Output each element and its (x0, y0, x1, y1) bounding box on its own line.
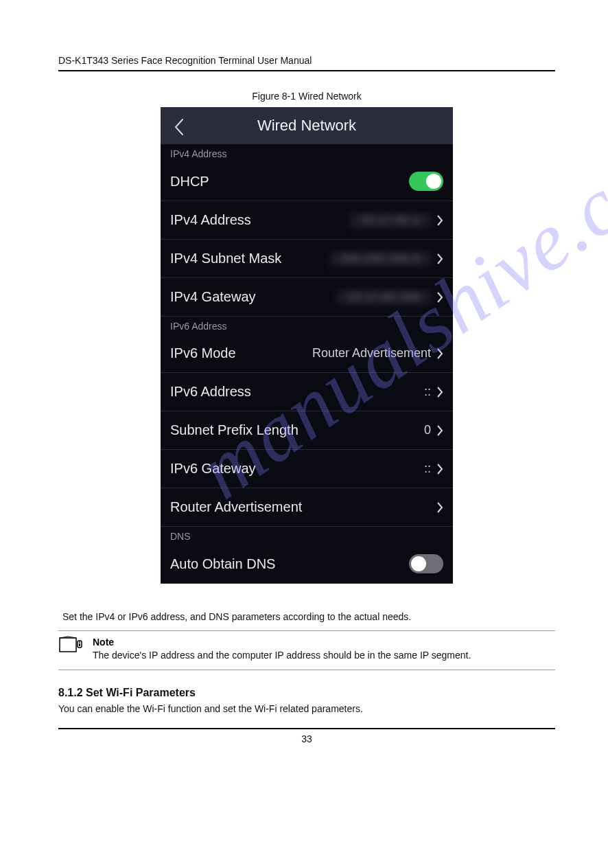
row-label: Auto Obtain DNS (170, 556, 275, 572)
svg-rect-0 (60, 638, 76, 652)
chevron-right-icon (436, 501, 443, 514)
row-ipv4-address[interactable]: IPv4 Address 10.17.82.1 (161, 201, 453, 240)
svg-point-2 (79, 641, 80, 643)
chevron-right-icon (436, 291, 443, 304)
back-button[interactable] (169, 117, 189, 137)
section-label-ipv4: IPv4 Address (161, 144, 453, 162)
row-ipv6-mode[interactable]: IPv6 Mode Router Advertisement (161, 334, 453, 373)
note-block: Note The device's IP address and the com… (58, 630, 555, 670)
row-label: IPv4 Subnet Mask (170, 251, 281, 266)
doc-heading: DS-K1T343 Series Face Recognition Termin… (58, 55, 555, 66)
svg-rect-3 (79, 643, 80, 646)
row-value: Router Advertisement (312, 346, 431, 361)
auto-dns-toggle[interactable] (409, 554, 443, 573)
row-ipv4-gateway[interactable]: IPv4 Gateway 10.17.82.254 (161, 278, 453, 317)
body-text: You can enable the Wi-Fi function and se… (58, 703, 555, 714)
row-auto-dns[interactable]: Auto Obtain DNS (161, 545, 453, 584)
row-label: DHCP (170, 174, 209, 190)
chevron-right-icon (436, 424, 443, 437)
row-ipv4-subnet[interactable]: IPv4 Subnet Mask 255.255.255.0 (161, 240, 453, 278)
footer-rule (58, 728, 555, 729)
row-label: IPv6 Mode (170, 345, 236, 361)
row-router-advertisement[interactable]: Router Advertisement (161, 488, 453, 527)
figure-caption: Figure 8-1 Wired Network (58, 91, 555, 102)
screen-title: Wired Network (161, 117, 453, 135)
section-label-ipv6: IPv6 Address (161, 317, 453, 334)
chevron-left-icon (174, 118, 185, 136)
row-label: Router Advertisement (170, 499, 302, 515)
row-value: 0 (424, 423, 431, 437)
toggle-knob (426, 174, 441, 189)
section-label-dns: DNS (161, 527, 453, 545)
note-text: The device's IP address and the computer… (93, 649, 471, 663)
note-label: Note (93, 637, 471, 648)
chevron-right-icon (436, 214, 443, 227)
row-value-blurred: 10.17.82.254 (337, 290, 431, 305)
titlebar: Wired Network (161, 107, 453, 144)
row-ipv6-gateway[interactable]: IPv6 Gateway :: (161, 450, 453, 488)
chevron-right-icon (436, 253, 443, 265)
row-label: Subnet Prefix Length (170, 422, 299, 438)
dhcp-toggle[interactable] (409, 172, 443, 191)
row-label: IPv6 Gateway (170, 461, 256, 477)
row-ipv6-address[interactable]: IPv6 Address :: (161, 373, 453, 411)
row-subnet-prefix[interactable]: Subnet Prefix Length 0 (161, 411, 453, 450)
chevron-right-icon (436, 386, 443, 398)
section-heading: 8.1.2 Set Wi-Fi Parameters (58, 687, 555, 699)
note-icon (58, 635, 83, 654)
row-label: IPv4 Gateway (170, 289, 256, 305)
row-value-blurred: 255.255.255.0 (330, 251, 431, 266)
heading-rule (58, 70, 555, 71)
row-dhcp[interactable]: DHCP (161, 162, 453, 201)
row-value-blurred: 10.17.82.1 (350, 213, 431, 228)
page-number: 33 (58, 733, 555, 744)
row-label: IPv4 Address (170, 212, 251, 228)
step-text: Set the IPv4 or IPv6 address, and DNS pa… (62, 611, 555, 622)
device-screenshot: Wired Network IPv4 Address DHCP IPv4 Add… (161, 107, 453, 584)
chevron-right-icon (436, 463, 443, 475)
chevron-right-icon (436, 347, 443, 360)
toggle-knob (411, 556, 426, 571)
row-value: :: (424, 461, 431, 476)
row-label: IPv6 Address (170, 384, 251, 400)
row-value: :: (424, 385, 431, 399)
